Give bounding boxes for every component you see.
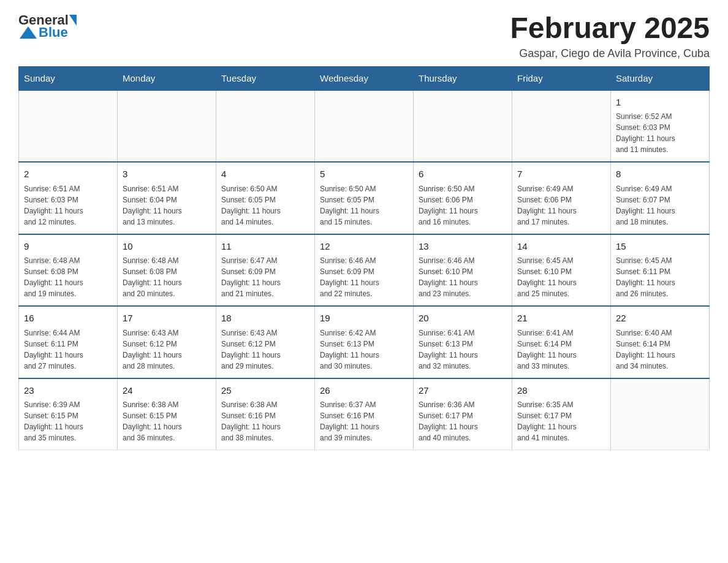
day-number: 12 <box>320 240 408 254</box>
weekday-header-thursday: Thursday <box>414 66 512 90</box>
calendar-week-row: 9Sunrise: 6:48 AM Sunset: 6:08 PM Daylig… <box>19 234 710 307</box>
weekday-header-monday: Monday <box>118 66 216 90</box>
day-number: 22 <box>616 312 704 326</box>
calendar-week-row: 1Sunrise: 6:52 AM Sunset: 6:03 PM Daylig… <box>19 90 710 163</box>
day-info: Sunrise: 6:50 AM Sunset: 6:05 PM Dayligh… <box>320 183 408 228</box>
day-info: Sunrise: 6:45 AM Sunset: 6:11 PM Dayligh… <box>616 255 704 299</box>
day-info: Sunrise: 6:45 AM Sunset: 6:10 PM Dayligh… <box>517 255 605 299</box>
calendar-week-row: 16Sunrise: 6:44 AM Sunset: 6:11 PM Dayli… <box>19 306 710 378</box>
day-number: 8 <box>616 167 704 182</box>
calendar-table: SundayMondayTuesdayWednesdayThursdayFrid… <box>18 66 710 451</box>
calendar-cell <box>315 90 414 163</box>
calendar-cell: 23Sunrise: 6:39 AM Sunset: 6:15 PM Dayli… <box>19 378 118 450</box>
day-info: Sunrise: 6:49 AM Sunset: 6:07 PM Dayligh… <box>616 183 704 228</box>
day-info: Sunrise: 6:50 AM Sunset: 6:05 PM Dayligh… <box>221 183 309 228</box>
logo-arrow-icon <box>69 15 77 26</box>
calendar-cell <box>19 90 118 163</box>
calendar-cell: 5Sunrise: 6:50 AM Sunset: 6:05 PM Daylig… <box>315 162 414 234</box>
day-number: 3 <box>123 167 211 182</box>
day-info: Sunrise: 6:47 AM Sunset: 6:09 PM Dayligh… <box>221 255 309 299</box>
calendar-cell: 22Sunrise: 6:40 AM Sunset: 6:14 PM Dayli… <box>611 306 710 378</box>
day-info: Sunrise: 6:50 AM Sunset: 6:06 PM Dayligh… <box>419 183 507 228</box>
day-info: Sunrise: 6:38 AM Sunset: 6:16 PM Dayligh… <box>221 399 309 443</box>
calendar-cell <box>414 90 512 163</box>
calendar-week-row: 2Sunrise: 6:51 AM Sunset: 6:03 PM Daylig… <box>19 162 710 234</box>
day-number: 11 <box>221 240 309 254</box>
calendar-cell: 10Sunrise: 6:48 AM Sunset: 6:08 PM Dayli… <box>118 234 216 307</box>
page-header: General Blue February 2025 Gaspar, Ciego… <box>18 12 710 60</box>
day-number: 10 <box>123 240 211 254</box>
calendar-cell: 1Sunrise: 6:52 AM Sunset: 6:03 PM Daylig… <box>611 90 710 163</box>
day-info: Sunrise: 6:52 AM Sunset: 6:03 PM Dayligh… <box>616 111 704 155</box>
day-info: Sunrise: 6:41 AM Sunset: 6:14 PM Dayligh… <box>517 327 605 372</box>
calendar-cell: 24Sunrise: 6:38 AM Sunset: 6:15 PM Dayli… <box>118 378 216 450</box>
calendar-cell: 8Sunrise: 6:49 AM Sunset: 6:07 PM Daylig… <box>611 162 710 234</box>
day-number: 24 <box>123 384 211 398</box>
svg-marker-0 <box>20 26 37 39</box>
calendar-cell: 26Sunrise: 6:37 AM Sunset: 6:16 PM Dayli… <box>315 378 414 450</box>
calendar-cell: 16Sunrise: 6:44 AM Sunset: 6:11 PM Dayli… <box>19 306 118 378</box>
day-number: 16 <box>24 312 112 326</box>
day-number: 23 <box>24 384 112 398</box>
calendar-cell: 13Sunrise: 6:46 AM Sunset: 6:10 PM Dayli… <box>414 234 512 307</box>
day-info: Sunrise: 6:51 AM Sunset: 6:03 PM Dayligh… <box>24 183 112 228</box>
day-number: 25 <box>221 384 309 398</box>
day-info: Sunrise: 6:36 AM Sunset: 6:17 PM Dayligh… <box>419 399 507 443</box>
calendar-cell: 18Sunrise: 6:43 AM Sunset: 6:12 PM Dayli… <box>216 306 315 378</box>
day-number: 15 <box>616 240 704 254</box>
calendar-cell: 28Sunrise: 6:35 AM Sunset: 6:17 PM Dayli… <box>512 378 611 450</box>
calendar-cell: 11Sunrise: 6:47 AM Sunset: 6:09 PM Dayli… <box>216 234 315 307</box>
day-info: Sunrise: 6:35 AM Sunset: 6:17 PM Dayligh… <box>517 399 605 443</box>
day-info: Sunrise: 6:46 AM Sunset: 6:09 PM Dayligh… <box>320 255 408 299</box>
weekday-header-wednesday: Wednesday <box>315 66 414 90</box>
calendar-cell <box>216 90 315 163</box>
day-number: 13 <box>419 240 507 254</box>
logo: General Blue <box>18 12 77 40</box>
calendar-cell <box>118 90 216 163</box>
logo-blue-text: Blue <box>39 25 68 40</box>
calendar-cell: 20Sunrise: 6:41 AM Sunset: 6:13 PM Dayli… <box>414 306 512 378</box>
day-number: 6 <box>419 167 507 182</box>
calendar-cell: 25Sunrise: 6:38 AM Sunset: 6:16 PM Dayli… <box>216 378 315 450</box>
day-info: Sunrise: 6:41 AM Sunset: 6:13 PM Dayligh… <box>419 327 507 372</box>
day-info: Sunrise: 6:49 AM Sunset: 6:06 PM Dayligh… <box>517 183 605 228</box>
day-number: 26 <box>320 384 408 398</box>
day-info: Sunrise: 6:43 AM Sunset: 6:12 PM Dayligh… <box>123 327 211 372</box>
day-info: Sunrise: 6:51 AM Sunset: 6:04 PM Dayligh… <box>123 183 211 228</box>
calendar-cell: 21Sunrise: 6:41 AM Sunset: 6:14 PM Dayli… <box>512 306 611 378</box>
day-info: Sunrise: 6:37 AM Sunset: 6:16 PM Dayligh… <box>320 399 408 443</box>
day-info: Sunrise: 6:43 AM Sunset: 6:12 PM Dayligh… <box>221 327 309 372</box>
calendar-cell: 4Sunrise: 6:50 AM Sunset: 6:05 PM Daylig… <box>216 162 315 234</box>
day-info: Sunrise: 6:48 AM Sunset: 6:08 PM Dayligh… <box>24 255 112 299</box>
calendar-cell: 9Sunrise: 6:48 AM Sunset: 6:08 PM Daylig… <box>19 234 118 307</box>
day-number: 27 <box>419 384 507 398</box>
calendar-cell: 17Sunrise: 6:43 AM Sunset: 6:12 PM Dayli… <box>118 306 216 378</box>
calendar-cell <box>611 378 710 450</box>
day-info: Sunrise: 6:44 AM Sunset: 6:11 PM Dayligh… <box>24 327 112 372</box>
month-title: February 2025 <box>510 12 710 45</box>
calendar-cell: 12Sunrise: 6:46 AM Sunset: 6:09 PM Dayli… <box>315 234 414 307</box>
logo-triangle-icon <box>20 26 37 39</box>
calendar-cell: 14Sunrise: 6:45 AM Sunset: 6:10 PM Dayli… <box>512 234 611 307</box>
day-number: 5 <box>320 167 408 182</box>
day-number: 1 <box>616 96 704 110</box>
calendar-header-row: SundayMondayTuesdayWednesdayThursdayFrid… <box>19 66 710 90</box>
day-number: 21 <box>517 312 605 326</box>
calendar-cell: 7Sunrise: 6:49 AM Sunset: 6:06 PM Daylig… <box>512 162 611 234</box>
day-info: Sunrise: 6:46 AM Sunset: 6:10 PM Dayligh… <box>419 255 507 299</box>
weekday-header-sunday: Sunday <box>19 66 118 90</box>
day-number: 9 <box>24 240 112 254</box>
day-number: 17 <box>123 312 211 326</box>
calendar-cell: 27Sunrise: 6:36 AM Sunset: 6:17 PM Dayli… <box>414 378 512 450</box>
calendar-cell: 19Sunrise: 6:42 AM Sunset: 6:13 PM Dayli… <box>315 306 414 378</box>
day-number: 14 <box>517 240 605 254</box>
day-info: Sunrise: 6:42 AM Sunset: 6:13 PM Dayligh… <box>320 327 408 372</box>
day-number: 28 <box>517 384 605 398</box>
day-number: 19 <box>320 312 408 326</box>
weekday-header-tuesday: Tuesday <box>216 66 315 90</box>
day-number: 2 <box>24 167 112 182</box>
calendar-cell <box>512 90 611 163</box>
day-info: Sunrise: 6:48 AM Sunset: 6:08 PM Dayligh… <box>123 255 211 299</box>
calendar-cell: 2Sunrise: 6:51 AM Sunset: 6:03 PM Daylig… <box>19 162 118 234</box>
calendar-cell: 6Sunrise: 6:50 AM Sunset: 6:06 PM Daylig… <box>414 162 512 234</box>
